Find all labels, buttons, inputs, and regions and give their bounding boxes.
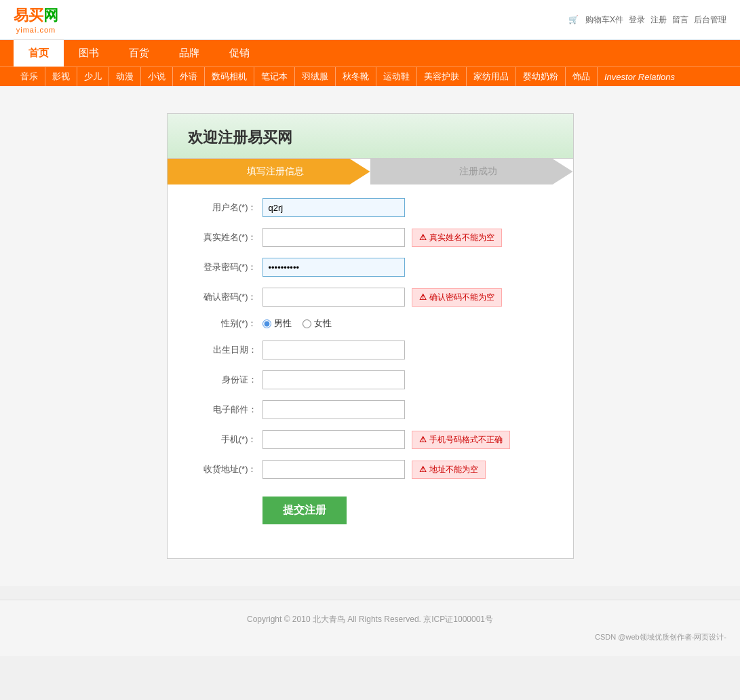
confirm-password-error-text: 确认密码不能为空 [429,292,494,303]
password-input[interactable] [262,258,405,277]
subnav-film[interactable]: 影视 [45,67,77,86]
idcard-label: 身份证： [188,374,262,386]
login-link[interactable]: 登录 [629,14,645,26]
idcard-row: 身份证： [188,370,553,389]
gender-female-option[interactable]: 女性 [303,317,332,330]
email-input[interactable] [262,400,405,419]
subnav-music[interactable]: 音乐 [14,67,45,86]
gender-radio-group: 男性 女性 [262,317,332,330]
step-2: 注册成功 [370,159,573,184]
header: 易买网 yimai.com 🛒 购物车X件 登录 注册 留言 后台管理 [0,0,740,40]
username-label: 用户名(*)： [188,201,262,214]
realname-label: 真实姓名(*)： [188,231,262,244]
reg-title-bar: 欢迎注册易买网 [168,114,573,159]
footer-credit: CSDN @web领域优质创作者-网页设计- [0,632,740,642]
reg-title: 欢迎注册易买网 [188,128,553,148]
logo-sub: yimai.com [16,26,56,34]
mobile-row: 手机(*)： ⚠ 手机号码格式不正确 [188,430,553,449]
gender-male-label: 男性 [274,317,292,330]
mobile-label: 手机(*)： [188,433,262,446]
logo-text: 易买网 [14,5,58,26]
nav-goods[interactable]: 百货 [114,40,164,66]
address-error: ⚠ 地址不能为空 [412,461,486,479]
subnav-down-jacket[interactable]: 羽绒服 [295,67,336,86]
gender-female-radio[interactable] [303,319,311,328]
mobile-error: ⚠ 手机号码格式不正确 [412,431,510,449]
register-link[interactable]: 注册 [650,14,667,26]
nav-brand[interactable]: 品牌 [164,40,214,66]
birthday-label: 出生日期： [188,344,262,356]
admin-link[interactable]: 后台管理 [694,14,726,26]
gender-row: 性别(*)： 男性 女性 [188,317,553,330]
submit-button[interactable]: 提交注册 [262,497,347,524]
gender-female-label: 女性 [314,317,332,330]
confirm-password-error: ⚠ 确认密码不能为空 [412,288,502,307]
realname-row: 真实姓名(*)： ⚠ 真实姓名不能为空 [188,228,553,247]
subnav-anime[interactable]: 动漫 [109,67,141,86]
address-error-icon: ⚠ [419,465,427,474]
address-error-text: 地址不能为空 [429,464,478,475]
footer-copyright: Copyright © 2010 北大青鸟 All Rights Reserve… [0,614,740,625]
gender-male-radio[interactable] [262,319,271,328]
message-link[interactable]: 留言 [672,14,688,26]
realname-error-text: 真实姓名不能为空 [429,232,494,244]
footer: Copyright © 2010 北大青鸟 All Rights Reserve… [0,600,740,656]
subnav-children[interactable]: 少儿 [77,67,109,86]
subnav-laptop[interactable]: 笔记本 [254,67,295,86]
steps: 填写注册信息 注册成功 [168,159,573,184]
password-row: 登录密码(*)： [188,258,553,277]
subnav-beauty[interactable]: 美容护肤 [417,67,467,86]
confirm-password-row: 确认密码(*)： ⚠ 确认密码不能为空 [188,288,553,307]
main-nav: 首页 图书 百货 品牌 促销 [0,40,740,66]
subnav-foreign[interactable]: 外语 [173,67,205,86]
form-area: 用户名(*)： 真实姓名(*)： ⚠ 真实姓名不能为空 登录密码(*)： 确认密… [168,184,573,538]
subnav-baby[interactable]: 婴幼奶粉 [516,67,566,86]
idcard-input[interactable] [262,370,405,389]
birthday-row: 出生日期： [188,341,553,359]
subnav-shoes[interactable]: 运动鞋 [376,67,417,86]
cart-icon: 🛒 [568,15,579,24]
subnav-boots[interactable]: 秋冬靴 [336,67,376,86]
password-label: 登录密码(*)： [188,261,262,273]
header-right: 🛒 购物车X件 登录 注册 留言 后台管理 [568,14,726,26]
mobile-input[interactable] [262,430,405,449]
username-input[interactable] [262,198,405,217]
nav-sale[interactable]: 促销 [214,40,265,66]
confirm-password-input[interactable] [262,288,405,307]
gender-male-option[interactable]: 男性 [262,317,292,330]
subnav-novel[interactable]: 小说 [141,67,173,86]
realname-error-icon: ⚠ [419,233,427,242]
mobile-error-text: 手机号码格式不正确 [429,434,503,446]
cart-link[interactable]: 购物车X件 [585,14,623,26]
gender-label: 性别(*)： [188,317,262,330]
subnav-home-textile[interactable]: 家纺用品 [467,67,516,86]
email-label: 电子邮件： [188,404,262,416]
birthday-input[interactable] [262,341,405,359]
confirm-password-label: 确认密码(*)： [188,291,262,303]
content: 欢迎注册易买网 填写注册信息 注册成功 用户名(*)： 真实姓名(*)： ⚠ 真… [0,86,740,586]
address-row: 收货地址(*)： ⚠ 地址不能为空 [188,460,553,479]
email-row: 电子邮件： [188,400,553,419]
subnav-camera[interactable]: 数码相机 [205,67,254,86]
confirm-password-error-icon: ⚠ [419,292,427,302]
step-1: 填写注册信息 [168,159,370,184]
mobile-error-icon: ⚠ [419,435,427,444]
subnav-jewelry[interactable]: 饰品 [566,67,598,86]
realname-error: ⚠ 真实姓名不能为空 [412,229,502,247]
nav-home[interactable]: 首页 [14,40,64,66]
registration-box: 欢迎注册易买网 填写注册信息 注册成功 用户名(*)： 真实姓名(*)： ⚠ 真… [167,113,574,559]
address-label: 收货地址(*)： [188,463,262,475]
sub-nav: 音乐 影视 少儿 动漫 小说 外语 数码相机 笔记本 羽绒服 秋冬靴 运动鞋 美… [0,66,740,86]
address-input[interactable] [262,460,405,479]
nav-books[interactable]: 图书 [64,40,114,66]
logo: 易买网 yimai.com [14,5,58,34]
username-row: 用户名(*)： [188,198,553,217]
realname-input[interactable] [262,228,405,247]
subnav-investor[interactable]: Investor Relations [598,69,682,85]
